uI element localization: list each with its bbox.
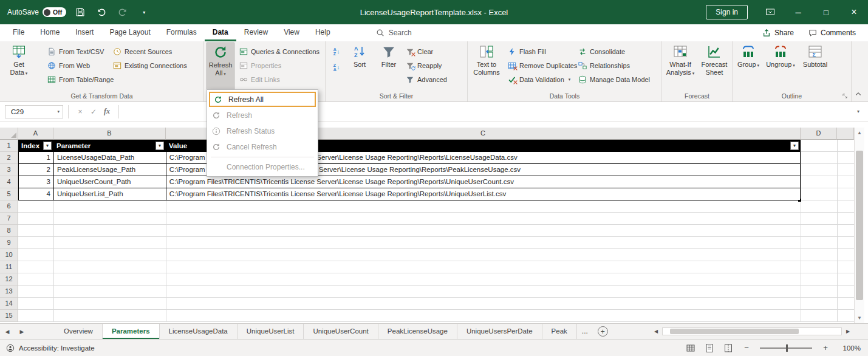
horizontal-scroll-thumb[interactable] (670, 329, 799, 334)
sheet-tab-parameters[interactable]: Parameters (103, 324, 160, 339)
what-if-analysis-button[interactable]: What-If Analysis▾ (663, 43, 697, 90)
close-button[interactable]: × (840, 0, 868, 24)
cell-parameter[interactable]: PeakLicenseUsage_Path (54, 164, 166, 176)
queries-connections-button[interactable]: Queries & Connections (239, 45, 320, 58)
column-header-d[interactable]: D (801, 128, 837, 140)
hscroll-right-button[interactable]: ▶ (843, 329, 853, 334)
sheet-tab-overview[interactable]: Overview (55, 324, 103, 339)
cell-index[interactable]: 3 (19, 176, 54, 188)
row-header-7[interactable]: 7 (0, 213, 18, 225)
row-header-14[interactable]: 14 (0, 298, 18, 310)
data-validation-button[interactable]: Data Validation ▾ (508, 73, 570, 86)
filter-button[interactable]: Filter (375, 43, 402, 90)
from-table-range-button[interactable]: From Table/Range (47, 73, 114, 86)
vertical-scroll-thumb[interactable] (856, 151, 863, 300)
sheet-tab-uniqueusercount[interactable]: UniqueUserCount (304, 324, 378, 339)
sheet-tab-licenseusagedata[interactable]: LicenseUsageData (160, 324, 238, 339)
scroll-up-button[interactable]: ▲ (855, 128, 864, 138)
tab-help[interactable]: Help (307, 24, 338, 41)
scroll-down-button[interactable]: ▼ (855, 313, 864, 323)
select-all-corner[interactable] (0, 128, 18, 140)
row-header-2[interactable]: 2 (0, 152, 18, 164)
ribbon-display-options-button[interactable] (756, 0, 784, 24)
column-header-b[interactable]: B (53, 128, 166, 140)
tab-insert[interactable]: Insert (67, 24, 101, 41)
tab-data[interactable]: Data (205, 24, 236, 41)
zoom-in-button[interactable]: + (821, 343, 830, 352)
filter-dropdown-button[interactable]: ▾ (155, 142, 164, 150)
advanced-filter-button[interactable]: Advanced (406, 73, 447, 86)
recent-sources-button[interactable]: Recent Sources (113, 45, 172, 58)
row-header-12[interactable]: 12 (0, 273, 18, 286)
view-page-layout-button[interactable] (705, 343, 714, 353)
row-header-13[interactable]: 13 (0, 286, 18, 298)
sheet-tab-uniqueusersperdate[interactable]: UniqueUsersPerDate (457, 324, 542, 339)
remove-duplicates-button[interactable]: Remove Duplicates (508, 59, 577, 72)
refresh-all-button[interactable]: Refresh All▾ (207, 43, 234, 90)
row-header-6[interactable]: 6 (0, 200, 18, 213)
view-page-break-button[interactable] (723, 343, 733, 353)
get-data-button[interactable]: Get Data▾ (2, 43, 35, 90)
sort-az-button[interactable]: AZ↓ (329, 45, 344, 58)
horizontal-scrollbar[interactable]: ◀ ▶ (650, 324, 854, 339)
cell-value[interactable]: C:\Program Files\TRICENTIS\Tricentis Lic… (166, 188, 801, 200)
sort-za-button[interactable]: ZA↓ (329, 61, 344, 74)
autosave-toggle[interactable]: AutoSave Off (7, 7, 66, 17)
collapse-ribbon-button[interactable] (855, 91, 862, 98)
cell-parameter[interactable]: LicenseUsageData_Path (54, 152, 166, 163)
relationships-button[interactable]: Relationships (578, 59, 630, 72)
name-box-caret-icon[interactable]: ▾ (57, 109, 63, 114)
sheet-tab-uniqueuserlist[interactable]: UniqueUserList (238, 324, 304, 339)
sort-button[interactable]: AZ Sort (346, 43, 373, 90)
sheet-nav-left-button[interactable]: ◀ (0, 329, 15, 335)
name-box[interactable]: C29 ▾ (5, 105, 63, 118)
sign-in-button[interactable]: Sign in (706, 5, 748, 19)
sheet-nav-right-button[interactable]: ▶ (15, 329, 29, 335)
column-header-a[interactable]: A (18, 128, 53, 140)
cell-value[interactable]: C:\Program Files\TRICENTIS\Tricentis Lic… (166, 176, 801, 188)
row-header-15[interactable]: 15 (0, 310, 18, 322)
filter-dropdown-button[interactable]: ▾ (43, 142, 52, 150)
row-header-4[interactable]: 4 (0, 176, 18, 188)
zoom-slider[interactable] (760, 347, 812, 349)
cell-index[interactable]: 2 (19, 164, 54, 176)
view-normal-button[interactable] (686, 343, 695, 353)
sheet-tab-peaklicenseusage[interactable]: PeakLicenseUsage (378, 324, 457, 339)
maximize-button[interactable]: □ (812, 0, 840, 24)
sheet-tab-overflow[interactable]: ... (577, 324, 593, 339)
cell-index[interactable]: 1 (19, 152, 54, 163)
row-header-1[interactable]: 1 (0, 140, 18, 152)
existing-connections-button[interactable]: Existing Connections (113, 59, 187, 72)
consolidate-button[interactable]: Consolidate (578, 45, 625, 58)
share-button[interactable]: Share (762, 29, 794, 37)
row-header-10[interactable]: 10 (0, 249, 18, 261)
zoom-level[interactable]: 100% (839, 344, 861, 352)
flash-fill-button[interactable]: Flash Fill (508, 45, 546, 58)
cell-parameter[interactable]: UniqueUserList_Path (54, 188, 166, 200)
tab-view[interactable]: View (276, 24, 307, 41)
manage-data-model-button[interactable]: Manage Data Model (578, 73, 650, 86)
filter-dropdown-button[interactable]: ▾ (790, 142, 799, 150)
clear-filter-button[interactable]: Clear (406, 45, 433, 58)
menu-item-refresh-all[interactable]: Refresh All (209, 92, 316, 107)
table-header-index[interactable]: Index ▾ (18, 140, 53, 152)
comments-button[interactable]: Comments (808, 29, 856, 37)
zoom-slider-thumb[interactable] (786, 344, 788, 352)
row-header-11[interactable]: 11 (0, 261, 18, 273)
from-text-csv-button[interactable]: From Text/CSV (47, 45, 104, 58)
formula-bar-expand-button[interactable]: ▾ (853, 109, 863, 114)
ribbon-search[interactable]: Search (376, 29, 412, 37)
text-to-columns-button[interactable]: Text to Columns (469, 43, 504, 90)
row-header-3[interactable]: 3 (0, 164, 18, 176)
tab-review[interactable]: Review (236, 24, 276, 41)
ungroup-button[interactable]: Ungroup▾ (764, 43, 797, 90)
tab-page-layout[interactable]: Page Layout (101, 24, 158, 41)
vertical-scrollbar[interactable]: ▲ ▼ (854, 128, 864, 323)
hscroll-left-button[interactable]: ◀ (651, 329, 661, 334)
row-header-5[interactable]: 5 (0, 188, 18, 200)
cell-parameter[interactable]: UniqueUserCount_Path (54, 176, 166, 188)
autosave-switch[interactable]: Off (43, 7, 66, 17)
zoom-out-button[interactable]: − (742, 343, 751, 352)
tab-formulas[interactable]: Formulas (159, 24, 205, 41)
new-sheet-button[interactable]: + (598, 326, 608, 337)
